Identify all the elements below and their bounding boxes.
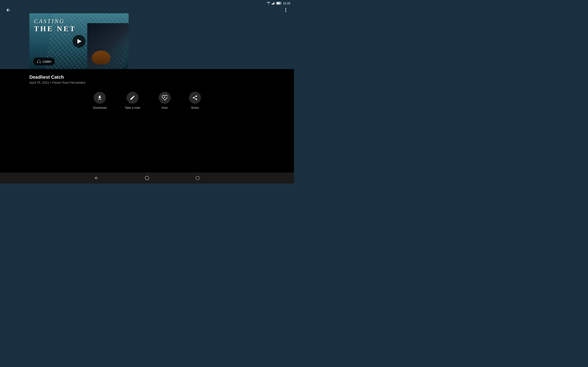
battery-icon <box>276 2 281 5</box>
more-options-icon <box>283 7 288 13</box>
svg-point-9 <box>285 11 286 12</box>
svg-rect-2 <box>274 2 274 5</box>
listen-label: Listen <box>43 60 51 63</box>
download-label: Download <box>93 106 106 109</box>
give-icon-circle <box>159 92 171 104</box>
svg-rect-3 <box>275 2 275 5</box>
content-area: Deadliest Catch April 25, 2021 • Pastor … <box>0 69 294 184</box>
bottom-nav <box>0 173 294 184</box>
share-icon-circle <box>189 92 201 104</box>
video-title-overlay: CASTING THE NET <box>34 18 76 33</box>
nav-recent-icon <box>195 176 199 180</box>
sermon-date: April 25, 2021 <box>29 81 49 84</box>
note-icon <box>130 95 135 100</box>
video-thumbnail: CASTING THE NET Listen <box>29 13 129 69</box>
status-time: 10:26 <box>283 2 290 5</box>
action-row: Download Take a note Give <box>0 84 294 115</box>
download-icon-circle <box>94 92 106 104</box>
basket-element <box>92 51 110 65</box>
note-icon-circle <box>127 92 138 104</box>
sermon-title: Deadliest Catch <box>0 69 294 81</box>
share-label: Share <box>191 106 199 109</box>
play-button[interactable] <box>73 35 86 48</box>
the-net-text: THE NET <box>34 25 76 33</box>
share-icon <box>192 95 198 100</box>
casting-text: CASTING <box>34 18 76 25</box>
nav-home-icon <box>145 175 149 181</box>
svg-point-8 <box>285 10 286 10</box>
wifi-icon <box>267 2 270 5</box>
status-bar: 10:26 <box>0 0 294 6</box>
more-options-button[interactable] <box>281 6 290 15</box>
give-icon <box>162 95 167 100</box>
nav-back-button[interactable] <box>92 173 101 183</box>
sermon-separator: • <box>50 81 51 84</box>
play-triangle-icon <box>78 39 82 44</box>
download-icon <box>97 95 103 100</box>
download-action[interactable]: Download <box>93 92 106 109</box>
take-a-note-label: Take a note <box>125 106 140 109</box>
status-icons: 10:26 <box>267 2 290 5</box>
svg-rect-5 <box>281 3 281 4</box>
sermon-pastor: Pastor Raul Hernandez <box>52 81 86 84</box>
back-button[interactable] <box>4 6 13 15</box>
sermon-meta: April 25, 2021 • Pastor Raul Hernandez <box>0 81 294 84</box>
back-arrow-icon <box>6 7 11 13</box>
listen-button[interactable]: Listen <box>33 58 55 65</box>
svg-rect-1 <box>273 3 273 5</box>
nav-recent-button[interactable] <box>193 173 202 183</box>
give-action[interactable]: Give <box>159 92 171 109</box>
signal-icon <box>272 2 275 5</box>
svg-point-7 <box>285 8 286 9</box>
take-a-note-action[interactable]: Take a note <box>125 92 140 109</box>
svg-point-10 <box>145 176 149 180</box>
share-action[interactable]: Share <box>189 92 201 109</box>
nav-home-button[interactable] <box>142 173 152 183</box>
video-background: CASTING THE NET Listen <box>29 13 129 69</box>
nav-back-icon <box>94 175 99 181</box>
svg-rect-0 <box>272 4 272 5</box>
svg-rect-11 <box>196 176 199 180</box>
give-label: Give <box>162 106 168 109</box>
svg-rect-6 <box>277 2 280 4</box>
headphones-icon <box>37 59 41 64</box>
